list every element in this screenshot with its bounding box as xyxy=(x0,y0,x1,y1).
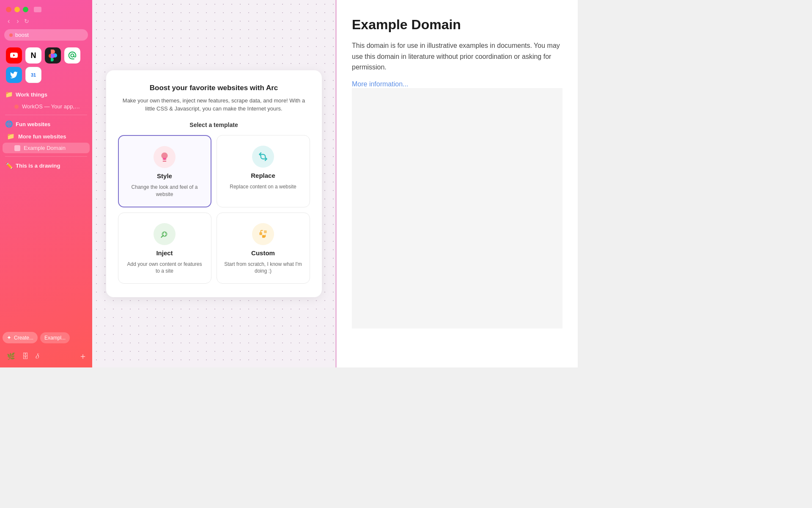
boost-card: Boost your favorite websites with Arc Ma… xyxy=(106,70,322,297)
divider-2 xyxy=(5,156,87,157)
sidebar-footer: 🌿 🗄 𝛿 ＋ xyxy=(0,347,92,367)
more-information-link[interactable]: More information... xyxy=(352,80,408,88)
template-replace-card[interactable]: Replace Replace content on a website xyxy=(217,135,310,207)
sidebar-section-work[interactable]: 📁 Work things xyxy=(0,88,92,101)
inject-template-desc: Add your own content or features to a si… xyxy=(125,261,204,275)
sidebar-section-fun[interactable]: 🌐 Fun websites xyxy=(0,118,92,130)
divider-1 xyxy=(5,115,87,115)
new-tab-button[interactable]: ＋ xyxy=(79,351,87,362)
style-icon xyxy=(154,146,176,168)
database-icon-button[interactable]: 🗄 xyxy=(20,351,30,362)
create-tab-label: Create... xyxy=(14,335,33,341)
custom-icon xyxy=(252,223,274,245)
boost-title: Boost your favorite websites with Arc xyxy=(118,84,310,92)
bolt-icon-button[interactable]: 𝛿 xyxy=(34,350,41,362)
template-inject-card[interactable]: Inject Add your own content or features … xyxy=(118,213,211,284)
address-text: boost xyxy=(15,32,29,38)
sidebar-section-more-fun-label: More fun websites xyxy=(18,133,66,140)
pinned-notion[interactable]: N xyxy=(25,47,41,64)
main-area: Boost your favorite websites with Arc Ma… xyxy=(92,0,337,367)
sidebar-toggle-button[interactable] xyxy=(34,7,41,12)
sidebar-item-example-domain-label: Example Domain xyxy=(24,145,66,151)
replace-icon xyxy=(252,146,274,168)
inject-template-name: Inject xyxy=(156,249,173,257)
sidebar-item-drawing[interactable]: ✏️ This is a drawing xyxy=(0,159,92,172)
inject-icon xyxy=(154,223,176,245)
sidebar-item-workos-label: WorkOS — Your app, En... xyxy=(22,103,81,110)
create-tab[interactable]: ✦ Create... xyxy=(3,332,38,343)
pinned-figma[interactable] xyxy=(45,47,61,64)
close-button[interactable] xyxy=(6,7,11,12)
right-panel-paragraph: This domain is for use in illustrative e… xyxy=(352,40,562,73)
leaf-icon-button[interactable]: 🌿 xyxy=(5,351,17,362)
replace-template-name: Replace xyxy=(251,172,275,179)
maximize-button[interactable] xyxy=(23,7,28,12)
minimize-button[interactable] xyxy=(14,7,20,12)
template-style-card[interactable]: Style Change the look and feel of a webs… xyxy=(118,135,211,207)
sidebar-section-fun-label: Fun websites xyxy=(16,121,50,127)
sidebar-item-workos[interactable]: WorkOS — Your app, En... xyxy=(3,101,90,112)
navigation-controls: ‹ › ↻ xyxy=(0,17,92,29)
right-panel: Example Domain This domain is for use in… xyxy=(337,0,578,367)
pinned-googlechat[interactable] xyxy=(64,47,80,64)
svg-rect-4 xyxy=(262,235,265,238)
custom-template-desc: Start from scratch, I know what I'm doin… xyxy=(224,261,303,275)
select-template-label: Select a template xyxy=(118,121,310,128)
traffic-lights xyxy=(0,0,92,17)
drawing-icon: ✏️ xyxy=(5,162,13,169)
right-panel-title: Example Domain xyxy=(352,17,562,33)
pinned-gcal[interactable]: 31 xyxy=(25,67,41,83)
forward-button[interactable]: › xyxy=(15,17,20,26)
example-domain-favicon xyxy=(14,145,20,151)
style-template-desc: Change the look and feel of a website xyxy=(126,184,204,198)
fun-websites-icon: 🌐 xyxy=(5,120,13,128)
address-dot xyxy=(9,33,13,37)
svg-rect-2 xyxy=(259,232,262,235)
custom-template-name: Custom xyxy=(251,249,275,257)
boost-description: Make your own themes, inject new feature… xyxy=(118,97,310,113)
replace-template-desc: Replace content on a website xyxy=(230,183,296,190)
workos-dot xyxy=(14,105,19,109)
style-template-name: Style xyxy=(157,172,172,179)
pinned-twitter[interactable] xyxy=(6,67,22,83)
more-fun-folder-icon: 📁 xyxy=(7,133,15,140)
pinned-icons: N 31 xyxy=(0,46,92,88)
address-bar[interactable]: boost xyxy=(4,29,88,41)
sidebar-drawing-label: This is a drawing xyxy=(16,163,60,169)
example-tab[interactable]: Exampl... xyxy=(40,332,70,343)
sidebar-item-example-domain[interactable]: Example Domain xyxy=(3,143,90,153)
bottom-tabs: ✦ Create... Exampl... xyxy=(0,329,92,347)
sidebar-section-work-label: Work things xyxy=(16,91,47,98)
back-button[interactable]: ‹ xyxy=(6,17,11,26)
template-custom-card[interactable]: Custom Start from scratch, I know what I… xyxy=(217,213,310,284)
folder-icon: 📁 xyxy=(5,91,13,98)
sidebar-section-more-fun[interactable]: 📁 More fun websites xyxy=(0,130,92,142)
right-panel-body xyxy=(352,88,562,329)
refresh-button[interactable]: ↻ xyxy=(24,18,29,25)
create-icon: ✦ xyxy=(7,334,11,341)
svg-rect-3 xyxy=(264,230,267,233)
sidebar: ‹ › ↻ boost N xyxy=(0,0,92,367)
pinned-youtube[interactable] xyxy=(6,47,22,64)
example-tab-label: Exampl... xyxy=(44,335,66,341)
template-grid: Style Change the look and feel of a webs… xyxy=(118,135,310,284)
